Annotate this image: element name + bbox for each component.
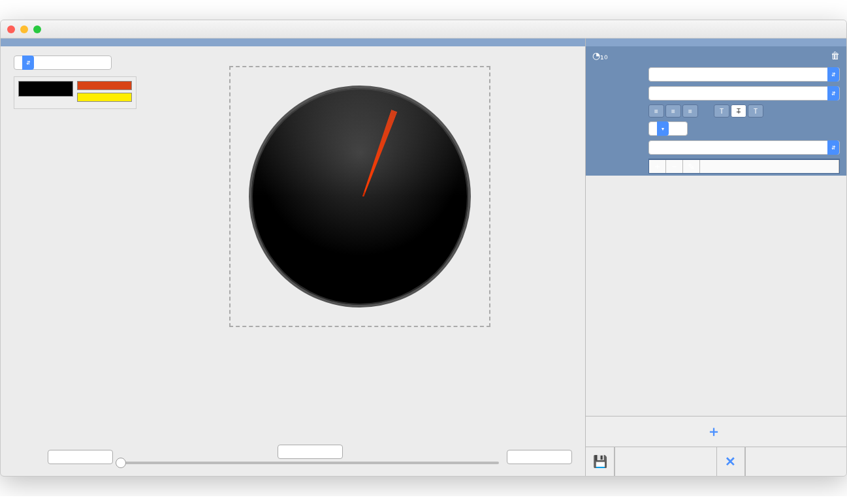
- chevron-updown-icon: ⇵: [22, 55, 34, 70]
- interval-markings-panel: ◔₁₀ 🗑 ⇵ ⇵ ≡ ≡: [586, 46, 846, 176]
- accent1-color-swatch[interactable]: [77, 81, 132, 90]
- max-input[interactable]: [507, 450, 572, 464]
- interval-toolbar-spacer: [700, 160, 839, 173]
- app-window: ⇵: [0, 20, 847, 477]
- chevron-updown-icon: ⇵: [827, 86, 839, 101]
- window-controls: [7, 25, 41, 33]
- type-select[interactable]: ⇵: [648, 67, 840, 82]
- gauge: [249, 86, 471, 307]
- trash-icon[interactable]: 🗑: [831, 50, 840, 61]
- color-swatches: [14, 76, 136, 109]
- align-left-button[interactable]: ≡: [648, 104, 664, 118]
- titlebar: [1, 20, 846, 39]
- components-pane: ◔₁₀ 🗑 ⇵ ⇵ ≡ ≡: [585, 39, 846, 476]
- slider-track[interactable]: [121, 462, 499, 464]
- v-align-buttons: T T T: [714, 104, 763, 118]
- align-bottom-button[interactable]: T: [748, 104, 763, 118]
- align-center-button[interactable]: ≡: [665, 104, 681, 118]
- close-window-icon[interactable]: [7, 25, 15, 33]
- align-middle-button[interactable]: T: [731, 104, 746, 118]
- align-top-button[interactable]: T: [714, 104, 729, 118]
- close-button[interactable]: [745, 447, 847, 476]
- add-component-button[interactable]: ＋: [586, 416, 846, 447]
- chevron-down-icon: ▾: [657, 121, 669, 136]
- interval-icon: ◔₁₀: [592, 50, 608, 61]
- disk-icon: 💾: [593, 454, 607, 469]
- font-size-select[interactable]: ▾: [648, 121, 688, 136]
- remove-interval-button[interactable]: －: [666, 160, 683, 173]
- h-align-buttons: ≡ ≡ ≡: [648, 104, 698, 118]
- chevron-updown-icon: ⇵: [827, 140, 839, 155]
- interval-list-buttons: ＋ － ✎: [648, 160, 840, 174]
- value-slider[interactable]: [121, 445, 499, 464]
- accent2-color-swatch[interactable]: [77, 93, 132, 102]
- zoom-window-icon[interactable]: [33, 25, 41, 33]
- save-button[interactable]: [615, 447, 716, 476]
- plus-icon: ＋: [707, 422, 721, 441]
- close-icon: ✕: [725, 454, 736, 469]
- background-color-swatch[interactable]: [18, 81, 73, 97]
- slider-thumb[interactable]: [116, 458, 126, 468]
- min-input[interactable]: [48, 450, 113, 464]
- minimize-window-icon[interactable]: [20, 25, 28, 33]
- close-icon-button[interactable]: ✕: [716, 447, 745, 476]
- preview-header: [1, 39, 585, 46]
- preview-pane: ⇵: [1, 39, 585, 476]
- save-icon-button[interactable]: 💾: [586, 447, 615, 476]
- components-header: [586, 39, 846, 46]
- edit-interval-button[interactable]: ✎: [683, 160, 700, 173]
- chevron-updown-icon: ⇵: [827, 67, 839, 82]
- add-interval-button[interactable]: ＋: [649, 160, 666, 173]
- gauge-needle: [360, 110, 397, 198]
- align-right-button[interactable]: ≡: [682, 104, 698, 118]
- preview-bottom-bar: [1, 439, 585, 476]
- color-mode-select[interactable]: ⇵: [648, 140, 840, 155]
- value-type-select[interactable]: ⇵: [14, 55, 112, 70]
- current-value-input[interactable]: [278, 445, 343, 459]
- gauge-canvas: [229, 66, 490, 327]
- font-select[interactable]: ⇵: [648, 86, 840, 101]
